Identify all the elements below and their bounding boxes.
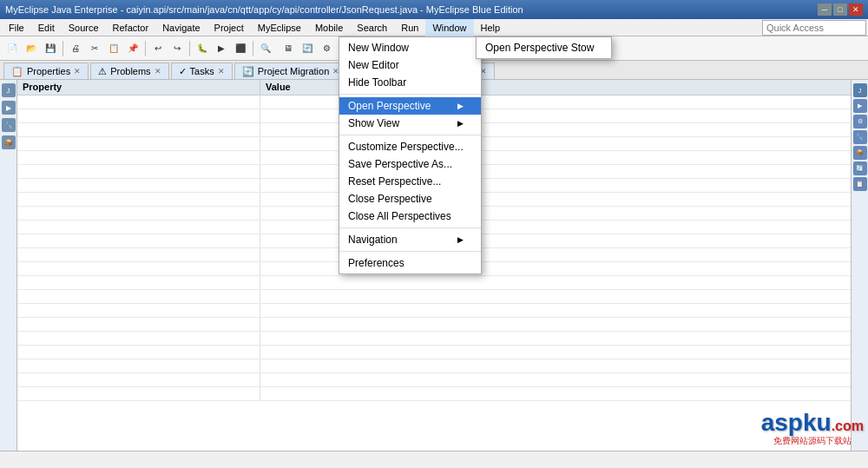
menu-bar: File Edit Source Refactor Navigate Proje… bbox=[0, 19, 868, 36]
menu-search[interactable]: Search bbox=[350, 19, 394, 36]
menu-item-new-editor[interactable]: New Editor bbox=[339, 56, 481, 74]
submenu-title[interactable]: Open Perspective Stow bbox=[477, 39, 611, 56]
left-icon-4[interactable]: 📦 bbox=[2, 135, 16, 149]
toolbar-print-btn[interactable]: 🖨 bbox=[67, 40, 84, 57]
quick-access-area bbox=[762, 20, 866, 36]
close-button[interactable]: ✕ bbox=[849, 3, 863, 16]
tab-properties-icon: 📋 bbox=[11, 66, 23, 77]
toolbar-perspective-btn[interactable]: 🖥 bbox=[279, 40, 297, 57]
menu-item-preferences[interactable]: Preferences bbox=[339, 254, 481, 272]
open-perspective-submenu: Open Perspective Stow bbox=[476, 36, 612, 59]
tab-project-migration-icon: 🔄 bbox=[242, 66, 254, 77]
toolbar-sep-2 bbox=[145, 41, 146, 56]
menu-myeclipse[interactable]: MyEclipse bbox=[251, 19, 308, 36]
menu-item-new-window[interactable]: New Window bbox=[339, 39, 481, 56]
toolbar-save-btn[interactable]: 💾 bbox=[42, 40, 59, 57]
window-title: MyEclipse Java Enterprise - caiyin.api/s… bbox=[5, 4, 818, 15]
menu-item-reset-perspective[interactable]: Reset Perspective... bbox=[339, 173, 481, 190]
left-icon-2[interactable]: ▶ bbox=[2, 101, 16, 115]
right-icon-2[interactable]: ▶ bbox=[853, 99, 867, 113]
left-panel: J ▶ 🔧 📦 bbox=[0, 80, 17, 451]
right-panel: J ▶ ⚙ 🔧 📦 🔄 📋 Ju bbox=[851, 80, 868, 451]
tab-properties-label: Properties bbox=[27, 66, 70, 76]
prop-row-22 bbox=[17, 387, 851, 401]
menu-item-hide-toolbar[interactable]: Hide Toolbar bbox=[339, 74, 481, 91]
tab-project-migration-label: Project Migration bbox=[258, 66, 330, 76]
menu-mobile[interactable]: Mobile bbox=[308, 19, 350, 36]
tab-properties-close[interactable]: ✕ bbox=[74, 67, 81, 76]
menu-sep-3 bbox=[339, 227, 481, 228]
menu-sep-1 bbox=[339, 94, 481, 95]
menu-item-customize-perspective[interactable]: Customize Perspective... bbox=[339, 138, 481, 155]
tab-problems-label: Problems bbox=[110, 66, 150, 76]
right-icon-6[interactable]: 🔄 bbox=[853, 161, 867, 175]
toolbar-sep-4 bbox=[253, 41, 253, 56]
toolbar-open-btn[interactable]: 📂 bbox=[23, 40, 40, 57]
menu-edit[interactable]: Edit bbox=[31, 19, 62, 36]
title-bar: MyEclipse Java Enterprise - caiyin.api/s… bbox=[0, 0, 868, 19]
tab-problems[interactable]: ⚠ Problems ✕ bbox=[90, 63, 168, 79]
prop-row-19 bbox=[17, 346, 851, 359]
prop-row-14 bbox=[17, 276, 851, 290]
minimize-button[interactable]: ─ bbox=[818, 3, 832, 16]
menu-sep-4 bbox=[339, 251, 481, 252]
right-icon-4[interactable]: 🔧 bbox=[853, 130, 867, 144]
toolbar-copy-btn[interactable]: 📋 bbox=[105, 40, 122, 57]
menu-source[interactable]: Source bbox=[62, 19, 106, 36]
menu-item-navigation[interactable]: Navigation bbox=[339, 231, 481, 248]
toolbar-paste-btn[interactable]: 📌 bbox=[124, 40, 141, 57]
prop-row-21 bbox=[17, 373, 851, 387]
toolbar-right-icons: 🖥 🔄 ⚙ bbox=[279, 40, 335, 57]
menu-item-open-perspective[interactable]: Open Perspective bbox=[339, 97, 481, 115]
window-menu: New Window New Editor Hide Toolbar Open … bbox=[339, 36, 482, 274]
quick-access-input[interactable] bbox=[762, 20, 866, 36]
right-icon-3[interactable]: ⚙ bbox=[853, 115, 867, 129]
menu-run[interactable]: Run bbox=[394, 19, 425, 36]
tab-properties[interactable]: 📋 Properties ✕ bbox=[3, 63, 89, 79]
menu-refactor[interactable]: Refactor bbox=[106, 19, 156, 36]
tab-problems-icon: ⚠ bbox=[98, 66, 107, 77]
prop-row-20 bbox=[17, 359, 851, 373]
tab-problems-close[interactable]: ✕ bbox=[155, 67, 161, 76]
property-col-header: Property bbox=[17, 80, 260, 95]
menu-help[interactable]: Help bbox=[474, 19, 508, 36]
prop-row-15 bbox=[17, 290, 851, 304]
status-bar bbox=[0, 451, 868, 468]
right-icon-5[interactable]: 📦 bbox=[853, 146, 867, 160]
right-icon-perspective[interactable]: J bbox=[853, 83, 867, 97]
tab-tasks-label: Tasks bbox=[190, 66, 214, 76]
toolbar-sep-1 bbox=[62, 41, 63, 56]
left-icon-1[interactable]: J bbox=[2, 83, 16, 97]
prop-row-17 bbox=[17, 318, 851, 332]
toolbar-debug-btn[interactable]: 🐛 bbox=[194, 40, 211, 57]
menu-navigate[interactable]: Navigate bbox=[155, 19, 207, 36]
prop-row-18 bbox=[17, 332, 851, 346]
toolbar-stop-btn[interactable]: ⬛ bbox=[232, 40, 249, 57]
menu-item-show-view[interactable]: Show View bbox=[339, 115, 481, 132]
tab-project-migration[interactable]: 🔄 Project Migration ✕ bbox=[234, 63, 348, 79]
toolbar-sync-btn[interactable]: 🔄 bbox=[299, 40, 316, 57]
left-icon-3[interactable]: 🔧 bbox=[2, 118, 16, 132]
toolbar-search-btn[interactable]: 🔍 bbox=[257, 40, 274, 57]
right-icon-7[interactable]: 📋 bbox=[853, 177, 867, 191]
menu-window[interactable]: Window bbox=[425, 19, 473, 36]
toolbar-redo-btn[interactable]: ↪ bbox=[168, 40, 186, 57]
toolbar-undo-btn[interactable]: ↩ bbox=[149, 40, 167, 57]
tab-tasks-close[interactable]: ✕ bbox=[218, 67, 225, 76]
toolbar-new-btn[interactable]: 📄 bbox=[3, 40, 21, 57]
toolbar-settings-btn[interactable]: ⚙ bbox=[318, 40, 335, 57]
menu-project[interactable]: Project bbox=[207, 19, 251, 36]
maximize-button[interactable]: □ bbox=[833, 3, 847, 16]
tab-tasks-icon: ✓ bbox=[179, 66, 187, 77]
menu-item-close-perspective[interactable]: Close Perspective bbox=[339, 190, 481, 208]
menu-sep-2 bbox=[339, 135, 481, 135]
menu-item-save-perspective[interactable]: Save Perspective As... bbox=[339, 155, 481, 173]
prop-row-16 bbox=[17, 304, 851, 318]
tab-tasks[interactable]: ✓ Tasks ✕ bbox=[171, 63, 233, 79]
toolbar-sep-3 bbox=[189, 41, 190, 56]
toolbar-run-btn[interactable]: ▶ bbox=[213, 40, 230, 57]
window-controls: ─ □ ✕ bbox=[818, 3, 863, 16]
toolbar-cut-btn[interactable]: ✂ bbox=[86, 40, 103, 57]
menu-item-close-all-perspectives[interactable]: Close All Perspectives bbox=[339, 208, 481, 225]
menu-file[interactable]: File bbox=[2, 19, 31, 36]
